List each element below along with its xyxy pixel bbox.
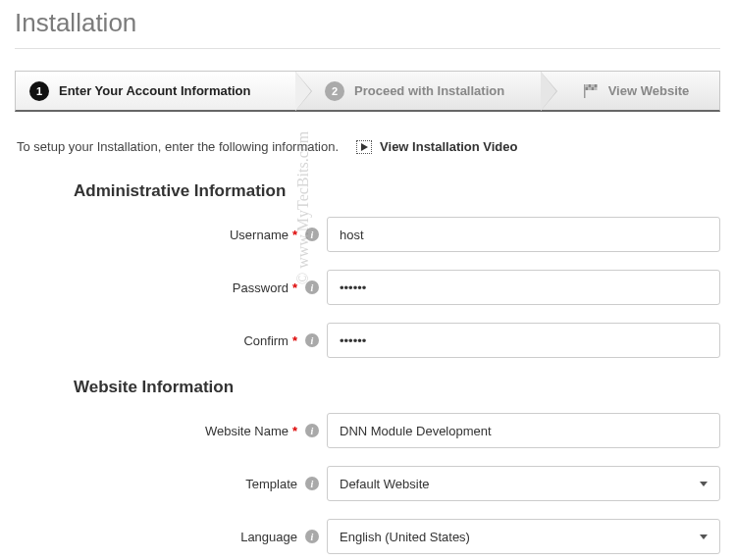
website-section-title: Website Information	[74, 378, 720, 397]
required-asterisk: *	[292, 228, 297, 242]
flag-icon	[583, 84, 599, 98]
select-value: English (United States)	[340, 530, 470, 544]
website-name-row: Website Name * i	[15, 413, 720, 448]
divider	[15, 48, 720, 49]
step-account-info[interactable]: 1 Enter Your Account Information	[16, 72, 295, 110]
select-value: Default Website	[340, 477, 430, 491]
view-installation-video-link[interactable]: View Installation Video	[356, 139, 517, 154]
required-asterisk: *	[292, 424, 297, 438]
label-text: Language	[240, 530, 297, 544]
info-icon[interactable]: i	[305, 280, 319, 294]
info-icon[interactable]: i	[305, 424, 319, 437]
info-icon[interactable]: i	[305, 333, 319, 347]
info-icon[interactable]: i	[305, 530, 319, 543]
info-icon[interactable]: i	[305, 477, 319, 490]
label-text: Username	[230, 228, 289, 242]
svg-marker-9	[361, 143, 368, 151]
password-input[interactable]	[327, 270, 720, 305]
username-label: Username * i	[15, 228, 327, 242]
chevron-down-icon	[700, 482, 708, 486]
confirm-row: Confirm * i	[15, 323, 720, 358]
info-icon[interactable]: i	[305, 228, 319, 241]
svg-rect-1	[585, 84, 588, 87]
svg-rect-6	[588, 87, 591, 90]
confirm-input[interactable]	[327, 323, 720, 358]
password-label: Password * i	[15, 280, 327, 295]
svg-rect-4	[594, 84, 597, 87]
step-number-icon: 1	[29, 81, 49, 101]
svg-rect-2	[588, 84, 591, 87]
required-asterisk: *	[292, 280, 297, 295]
svg-rect-0	[584, 84, 586, 98]
template-label: Template i	[15, 477, 327, 491]
intro-text: To setup your Installation, enter the fo…	[17, 139, 339, 154]
step-proceed-installation[interactable]: 2 Proceed with Installation	[295, 72, 541, 110]
svg-rect-5	[585, 87, 588, 90]
template-select[interactable]: Default Website	[327, 466, 720, 501]
intro-row: To setup your Installation, enter the fo…	[15, 139, 720, 154]
username-input[interactable]	[327, 217, 720, 252]
step-view-website[interactable]: View Website	[541, 72, 719, 110]
svg-rect-3	[591, 84, 594, 87]
svg-rect-7	[591, 87, 594, 90]
step-label: View Website	[608, 83, 690, 98]
step-label: Enter Your Account Information	[59, 83, 251, 98]
page-title: Installation	[15, 0, 720, 48]
password-row: Password * i	[15, 270, 720, 305]
label-text: Template	[245, 477, 297, 491]
admin-section-title: Administrative Information	[74, 181, 720, 201]
label-text: Confirm	[243, 333, 289, 348]
language-row: Language i English (United States)	[15, 519, 720, 554]
label-text: Password	[233, 280, 289, 295]
website-info-section: Website Information Website Name * i Tem…	[15, 378, 720, 554]
step-label: Proceed with Installation	[354, 83, 504, 98]
video-link-label: View Installation Video	[380, 139, 517, 154]
admin-info-section: Administrative Information Username * i …	[15, 181, 720, 358]
installation-stepper: 1 Enter Your Account Information 2 Proce…	[15, 71, 720, 112]
language-label: Language i	[15, 530, 327, 544]
play-icon	[356, 140, 372, 154]
website-name-label: Website Name * i	[15, 424, 327, 438]
step-number-icon: 2	[325, 81, 344, 101]
confirm-label: Confirm * i	[15, 333, 327, 348]
chevron-down-icon	[700, 535, 708, 539]
label-text: Website Name	[205, 424, 289, 438]
language-select[interactable]: English (United States)	[327, 519, 720, 554]
template-row: Template i Default Website	[15, 466, 720, 501]
website-name-input[interactable]	[327, 413, 720, 448]
svg-rect-8	[594, 87, 597, 90]
username-row: Username * i	[15, 217, 720, 252]
required-asterisk: *	[292, 333, 297, 348]
